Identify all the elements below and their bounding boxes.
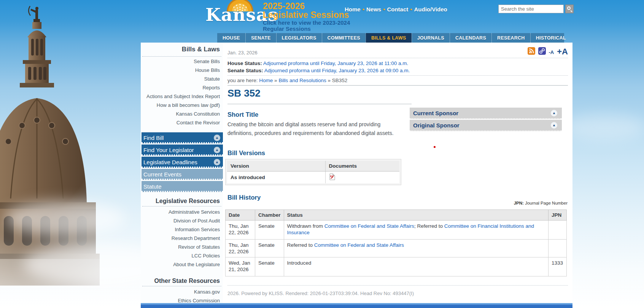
- documents-cell: [325, 171, 399, 184]
- main-nav: HOUSE SENATE LEGISLATORS COMMITTEES BILL…: [217, 33, 564, 43]
- breadcrumb-separator: »: [274, 78, 277, 83]
- sidebar-item-about-the-legislature[interactable]: About the Legislature: [141, 262, 223, 268]
- sidebar-item-how-a-bill-becomes-law[interactable]: How a bill becomes law (pdf): [141, 102, 223, 108]
- accordion-label: Current Events: [143, 171, 181, 178]
- sidebar-heading-other-state-resources: Other State Resources: [141, 278, 223, 284]
- breadcrumb-current: SB352: [332, 78, 348, 83]
- menu-bullet: •: [381, 6, 387, 13]
- sidebar-item-kansas-constitution[interactable]: Kansas Constitution: [141, 111, 223, 117]
- divider: [227, 285, 568, 286]
- table-row: Wed, Jan 21, 2026 Senate Introduced 1333: [226, 257, 567, 276]
- top-menu-audio-video[interactable]: Audio/Video: [414, 6, 447, 13]
- sidebar-item-senate-bills[interactable]: Senate Bills: [141, 59, 223, 65]
- sidebar-item-reports[interactable]: Reports: [141, 85, 223, 91]
- top-menu-home[interactable]: Home: [345, 6, 361, 13]
- divider: [142, 56, 221, 57]
- bottom-bar: [141, 303, 572, 308]
- tab-historical[interactable]: HISTORICAL: [530, 33, 571, 43]
- tab-journals[interactable]: JOURNALS: [412, 33, 450, 43]
- bill-history-table: Date Chamber Status JPN Thu, Jan 22, 202…: [225, 210, 567, 276]
- session-title: Legislative Sessions: [263, 10, 349, 20]
- jpn-note: JPN: Journal Page Number: [514, 201, 568, 205]
- search-button[interactable]: [565, 5, 574, 13]
- tab-bills-and-laws[interactable]: BILLS & LAWS: [366, 33, 412, 43]
- divider: [142, 286, 221, 286]
- chamber-cell: Senate: [255, 221, 284, 240]
- breadcrumb-prefix: you are here:: [227, 78, 258, 83]
- pdf-icon[interactable]: [329, 173, 336, 181]
- content-area: Bills & Laws Senate Bills House Bills St…: [141, 43, 572, 308]
- accordion-find-your-legislator[interactable]: Find Your Legislator: [142, 144, 223, 156]
- rss-icon[interactable]: [528, 47, 535, 56]
- senate-status-label: Senate Status:: [227, 68, 263, 73]
- menu-bullet: •: [361, 6, 366, 13]
- column-status: Status: [284, 210, 548, 221]
- sidebar-item-research-department[interactable]: Research Department: [141, 235, 223, 241]
- current-sponsor-accordion[interactable]: Current Sponsor: [410, 108, 562, 119]
- original-sponsor-accordion[interactable]: Original Sponsor: [410, 120, 562, 131]
- bill-history-heading: Bill History: [227, 194, 261, 201]
- accordion-label: Find Bill: [143, 135, 164, 141]
- status-text: Referred to: [287, 242, 314, 248]
- breadcrumb-bills-link[interactable]: Bills and Resolutions: [278, 78, 326, 83]
- committee-link[interactable]: Committee on Federal and State Affairs: [324, 223, 414, 229]
- accordion-current-events[interactable]: Current Events: [142, 169, 223, 180]
- house-status-link[interactable]: Adjourned proforma until Friday, January…: [263, 60, 408, 66]
- sidebar-item-administrative-services[interactable]: Administrative Services: [141, 209, 223, 215]
- previous-session-link-line2[interactable]: Regular Sessions: [263, 25, 311, 32]
- table-header-row: Date Chamber Status JPN: [226, 210, 567, 221]
- sidebar: Bills & Laws Senate Bills House Bills St…: [141, 43, 223, 308]
- collapse-up-icon[interactable]: [214, 147, 220, 153]
- collapse-up-icon[interactable]: [551, 122, 557, 129]
- jpn-cell: 1333: [549, 257, 567, 276]
- sidebar-item-house-bills[interactable]: House Bills: [141, 67, 223, 73]
- senate-status-link[interactable]: Adjourned proforma until Friday, January…: [264, 68, 410, 73]
- sidebar-item-lcc-policies[interactable]: LCC Policies: [141, 253, 223, 259]
- version-cell: As introduced: [227, 171, 325, 184]
- breadcrumb-home-link[interactable]: Home: [259, 78, 273, 83]
- divider: [227, 58, 568, 58]
- status-text: ; Referred to: [414, 223, 444, 229]
- accordion-legislative-deadlines[interactable]: Legislative Deadlines: [142, 157, 223, 168]
- chamber-cell: Senate: [255, 257, 284, 276]
- permalink-icon[interactable]: [538, 47, 546, 56]
- main-panel: Jan. 23, 2026 -A +A House Status: Adjour…: [223, 43, 572, 308]
- accordion-statute[interactable]: Statute: [142, 181, 223, 192]
- font-increase-button[interactable]: +A: [557, 47, 568, 56]
- tab-house[interactable]: HOUSE: [217, 33, 245, 43]
- tab-legislators[interactable]: LEGISLATORS: [276, 33, 322, 43]
- sidebar-item-division-of-post-audit[interactable]: Division of Post Audit: [141, 218, 223, 224]
- top-menu-contact[interactable]: Contact: [387, 6, 408, 13]
- collapse-up-icon[interactable]: [214, 159, 220, 165]
- search-icon: [567, 6, 571, 10]
- date-cell: Thu, Jan 22, 2026: [226, 240, 255, 257]
- search-input[interactable]: [498, 5, 564, 13]
- current-sponsor-label: Current Sponsor: [413, 110, 458, 116]
- sidebar-item-kansas-gov[interactable]: Kansas.gov: [141, 289, 223, 295]
- short-title-heading: Short Title: [227, 111, 258, 118]
- senate-status-line: Senate Status: Adjourned proforma until …: [227, 68, 410, 73]
- tab-senate[interactable]: SENATE: [245, 33, 276, 43]
- tab-committees[interactable]: COMMITTEES: [322, 33, 366, 43]
- collapse-up-icon[interactable]: [214, 135, 220, 141]
- sidebar-item-statute[interactable]: Statute: [141, 76, 223, 82]
- previous-session-link-line1[interactable]: Click here to view the 2023-2024: [263, 19, 350, 26]
- table-header-row: Version Documents: [227, 161, 399, 171]
- jpn-cell: [549, 240, 567, 257]
- sidebar-item-actions-index-report[interactable]: Actions and Subject Index Report: [141, 94, 223, 100]
- top-menu-news[interactable]: News: [366, 6, 381, 13]
- sidebar-item-contact-the-revisor[interactable]: Contact the Revisor: [141, 120, 223, 126]
- tab-research[interactable]: RESEARCH: [491, 33, 530, 43]
- footer-text: 2026. Powered by KLISS. Rendered: 2026-0…: [227, 291, 414, 296]
- cloud: [4, 202, 126, 236]
- sidebar-item-revisor-of-statutes[interactable]: Revisor of Statutes: [141, 244, 223, 250]
- short-title-text: Creating the bitcoin and digital assets …: [227, 120, 402, 138]
- red-dot-artifact: [434, 146, 436, 148]
- column-documents: Documents: [325, 161, 399, 171]
- collapse-up-icon[interactable]: [551, 110, 557, 116]
- accordion-find-bill[interactable]: Find Bill: [142, 132, 223, 143]
- font-decrease-button[interactable]: -A: [549, 49, 554, 56]
- tab-calendars[interactable]: CALENDARS: [450, 33, 491, 43]
- committee-link[interactable]: Committee on Federal and State Affairs: [314, 242, 404, 248]
- sidebar-item-information-services[interactable]: Information Services: [141, 227, 223, 233]
